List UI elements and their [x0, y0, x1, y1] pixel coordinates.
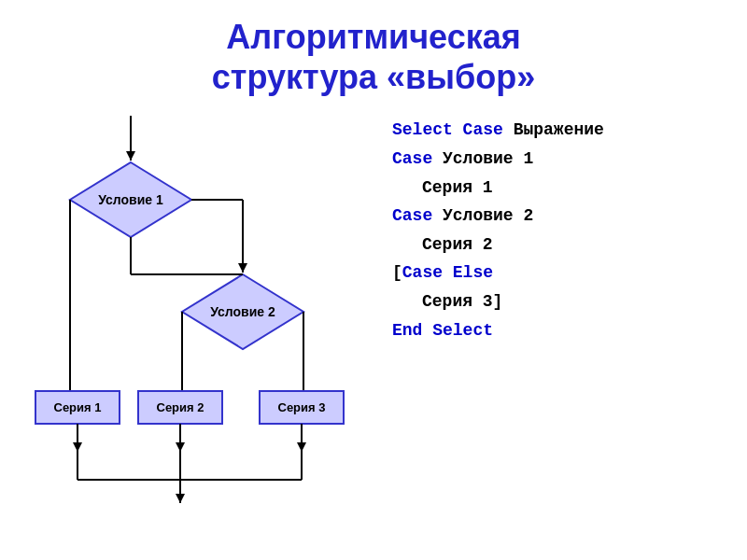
code-line-2: Case Условие 1 — [392, 145, 604, 174]
code-line-4: Case Условие 2 — [392, 202, 604, 231]
code-line-5: Серия 2 — [392, 231, 604, 259]
code-line-7: Серия 3] — [392, 287, 604, 316]
code-line-3: Серия 1 — [392, 174, 604, 203]
code-line-6: [Case Else — [392, 259, 604, 287]
svg-marker-8 — [238, 263, 247, 273]
code-line4-plain: Условие 2 — [432, 206, 533, 225]
seriya-2-code: Серия 2 — [422, 235, 493, 254]
select-case-keyword: Select Case — [392, 120, 503, 139]
svg-marker-1 — [126, 151, 135, 161]
code-panel: Select Case Выражение Case Условие 1 Сер… — [374, 116, 604, 517]
end-select-keyword: End Select — [392, 321, 493, 340]
svg-marker-26 — [297, 442, 306, 452]
page-title: Алгоритмическая структура «выбор» — [0, 0, 747, 97]
svg-marker-32 — [176, 494, 185, 503]
code-line2-plain: Условие 1 — [432, 149, 533, 168]
open-bracket: [ — [392, 263, 402, 282]
box3-label: Серия 3 — [278, 400, 326, 414]
diamond1-label: Условие 1 — [98, 192, 163, 207]
case-keyword-1: Case — [392, 149, 432, 168]
box2-label: Серия 2 — [157, 400, 204, 414]
box1-label: Серия 1 — [54, 400, 102, 414]
seriya-3-code: Серия 3] — [422, 292, 502, 311]
flowchart: Условие 1 Условие 2 — [19, 116, 374, 517]
case-else-keyword: Case Else — [402, 263, 493, 282]
svg-marker-24 — [176, 442, 185, 452]
diamond2-label: Условие 2 — [210, 304, 275, 319]
svg-marker-22 — [73, 442, 82, 452]
code-line-8: End Select — [392, 316, 604, 345]
seriya-1-code: Серия 1 — [422, 178, 493, 197]
case-keyword-2: Case — [392, 206, 432, 225]
code-line-1: Select Case Выражение — [392, 116, 604, 145]
code-line1-plain: Выражение — [503, 120, 604, 139]
